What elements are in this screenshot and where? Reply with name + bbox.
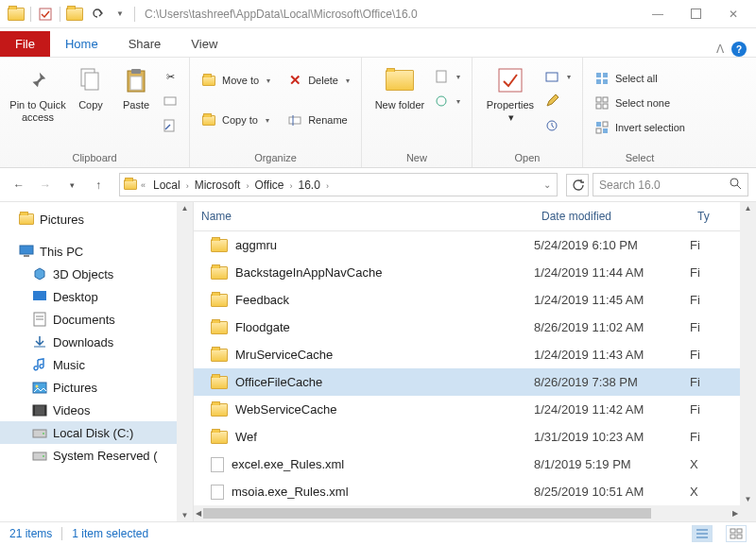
minimize-button[interactable]: — [639,1,677,27]
table-row[interactable]: Floodgate8/26/2019 11:02 AMFi [194,314,756,341]
copy-to-icon [201,112,216,128]
help-icon[interactable]: ? [731,42,747,57]
file-v-scrollbar[interactable]: ▲▼ [740,202,756,505]
table-row[interactable]: aggmru5/24/2019 6:10 PMFi [194,231,756,259]
chevron-right-icon[interactable]: › [184,181,191,191]
up-button[interactable]: ↑ [87,174,110,196]
nav-item[interactable]: Documents [0,308,193,331]
chevron-down-icon[interactable]: ⌄ [541,179,553,190]
refresh-button[interactable] [566,174,589,196]
open-icon [544,69,559,84]
chevron-right-icon[interactable]: › [324,181,331,191]
maximize-button[interactable] [677,1,714,27]
svg-line-29 [737,185,741,189]
table-row[interactable]: WebServiceCache1/24/2019 11:42 AMFi [194,396,756,423]
shortcut-icon [163,118,178,133]
properties-qat-icon[interactable] [37,6,54,23]
select-none-button[interactable]: Select none [591,94,689,112]
nav-item[interactable]: System Reserved ( [0,444,193,467]
edit-button[interactable] [541,92,575,111]
history-icon [544,118,559,133]
table-row[interactable]: excel.exe_Rules.xml8/1/2019 5:19 PMX [194,451,756,478]
thumbnails-view-button[interactable] [726,525,747,542]
new-folder-qat-icon[interactable] [66,6,83,23]
invert-selection-button[interactable]: Invert selection [591,118,689,137]
nav-item[interactable]: Pictures [0,208,193,230]
column-headers[interactable]: Name Date modified Ty [194,202,756,231]
rename-button[interactable]: Rename [284,111,353,129]
copy-button[interactable]: Copy [68,61,113,111]
select-all-button[interactable]: Select all [591,69,689,88]
docs-icon [32,312,47,327]
history-button[interactable] [541,116,575,135]
chevron-icon[interactable]: « [139,180,147,190]
new-item-button[interactable]: ▾ [430,67,464,86]
group-organize-label: Organize [198,150,353,165]
table-row[interactable]: Feedback1/24/2019 11:45 AMFi [194,286,756,314]
breadcrumb-segment[interactable]: Local [149,179,184,192]
nav-item[interactable]: Pictures [0,376,193,399]
pin-button[interactable]: Pin to Quick access [8,61,68,123]
tab-file[interactable]: File [0,31,50,57]
svg-rect-6 [130,77,142,90]
tab-home[interactable]: Home [50,31,113,57]
folder-icon [211,376,228,389]
nav-item[interactable]: Desktop [0,285,193,308]
nav-item[interactable]: Music [0,353,193,376]
delete-button[interactable]: ✕Delete▾ [284,71,353,90]
breadcrumb[interactable]: « Local›Microsoft›Office›16.0› ⌄ [119,173,558,196]
folder-icon [211,349,228,362]
svg-rect-18 [596,79,601,84]
invert-selection-icon [594,120,610,135]
group-new-label: New [369,150,464,165]
folder-icon [211,294,228,307]
qat-dropdown-icon[interactable]: ▼ [112,6,129,23]
breadcrumb-segment[interactable]: Microsoft [191,179,245,192]
file-h-scrollbar[interactable]: ◀▶ [194,505,740,521]
properties-button[interactable]: Properties▾ [480,61,541,123]
table-row[interactable]: msoia.exe_Rules.xml8/25/2019 10:51 AMX [194,478,756,505]
table-row[interactable]: MruServiceCache1/24/2019 11:43 AMFi [194,341,756,368]
back-button[interactable]: ← [8,174,30,196]
nav-item[interactable]: This PC [0,240,193,263]
easy-access-icon [434,94,449,109]
svg-rect-13 [499,69,522,92]
nav-scrollbar[interactable]: ▲▼ [177,202,193,521]
svg-point-38 [36,384,39,387]
pc-icon [19,244,34,259]
recent-locations-button[interactable]: ▾ [60,174,83,196]
paste-shortcut-button[interactable] [159,116,181,135]
folder-icon [211,239,228,252]
copy-path-button[interactable] [159,92,181,111]
search-input[interactable]: Search 16.0 [593,173,748,196]
nav-item[interactable]: Local Disk (C:) [0,421,193,444]
easy-access-button[interactable]: ▾ [430,92,464,111]
cut-button[interactable]: ✂ [159,67,181,86]
tab-share[interactable]: Share [113,31,177,57]
paste-button[interactable]: Paste [113,61,159,111]
table-row[interactable]: OfficeFileCache8/26/2019 7:38 PMFi [194,368,756,396]
move-to-icon [201,73,216,88]
collapse-ribbon-icon[interactable]: ᐱ [716,43,724,56]
table-row[interactable]: BackstageInAppNavCache1/24/2019 11:44 AM… [194,259,756,286]
svg-rect-24 [596,122,601,127]
forward-button[interactable]: → [34,174,57,196]
svg-rect-25 [603,122,608,127]
tab-view[interactable]: View [176,31,232,57]
copy-to-button[interactable]: Copy to▾ [198,111,274,129]
nav-item[interactable]: Videos [0,399,193,421]
details-view-button[interactable] [692,525,713,542]
close-button[interactable]: ✕ [714,1,752,27]
table-row[interactable]: Wef1/31/2019 10:23 AMFi [194,423,756,451]
chevron-right-icon[interactable]: › [288,181,295,191]
select-all-icon [594,71,610,86]
new-folder-button[interactable]: New folder [369,61,430,111]
breadcrumb-segment[interactable]: 16.0 [295,179,324,192]
nav-item[interactable]: Downloads [0,331,193,353]
svg-rect-50 [737,529,742,533]
open-button[interactable]: ▾ [541,67,575,86]
nav-item[interactable]: 3D Objects [0,263,193,285]
move-to-button[interactable]: Move to▾ [198,71,274,90]
breadcrumb-segment[interactable]: Office [250,179,287,192]
undo-icon[interactable] [89,6,106,23]
